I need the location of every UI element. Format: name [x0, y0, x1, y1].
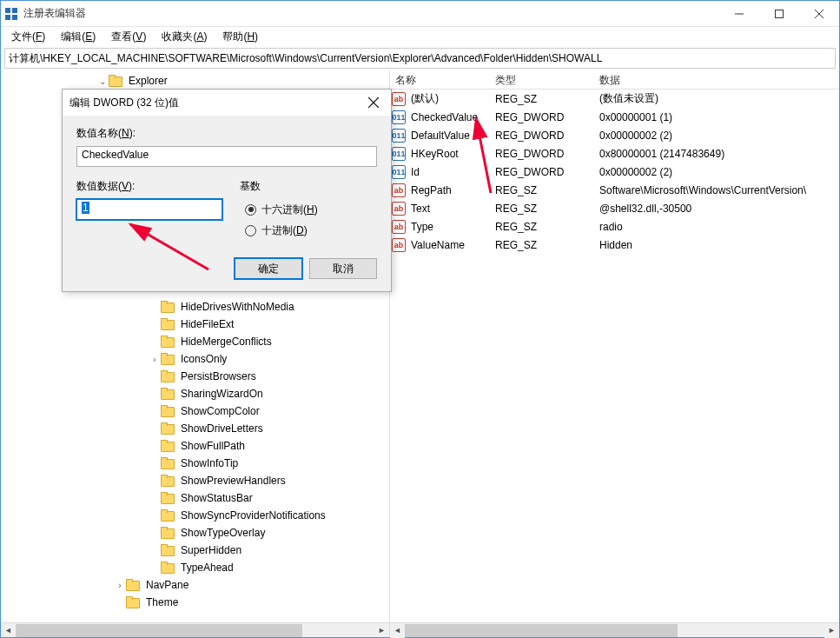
cell-type: REG_DWORD — [490, 148, 594, 160]
maximize-button[interactable] — [759, 1, 799, 27]
scroll-track[interactable] — [405, 623, 824, 638]
col-header-data[interactable]: 数据 — [594, 70, 839, 89]
folder-icon — [161, 527, 175, 539]
folder-icon — [161, 353, 175, 365]
scroll-right-icon[interactable]: ► — [824, 623, 839, 638]
tree-item-sharingwizardon[interactable]: SharingWizardOn — [1, 385, 389, 402]
cell-data: Software\Microsoft\Windows\CurrentVersio… — [594, 184, 839, 196]
scroll-track[interactable] — [16, 623, 374, 638]
minimize-button[interactable] — [719, 1, 759, 27]
tree-item-hidemergeconflicts[interactable]: HideMergeConflicts — [1, 333, 389, 350]
tree-label: Theme — [143, 595, 181, 609]
close-button[interactable] — [799, 1, 839, 27]
value-name-input[interactable]: CheckedValue — [76, 146, 377, 167]
folder-icon — [161, 388, 175, 400]
radio-dec-dot — [245, 225, 256, 236]
tree-item-superhidden[interactable]: SuperHidden — [1, 542, 389, 559]
tree-item-hidefileext[interactable]: HideFileExt — [1, 316, 389, 333]
tree-item-showfullpath[interactable]: ShowFullPath — [1, 437, 389, 455]
col-header-name[interactable]: 名称 — [390, 70, 490, 89]
tree-label: IconsOnly — [178, 352, 229, 366]
value-dw-icon: 011 — [392, 129, 406, 143]
list-row[interactable]: abTypeREG_SZradio — [390, 217, 839, 236]
tree-item-typeahead[interactable]: TypeAhead — [1, 559, 389, 576]
tree-label: ShowPreviewHandlers — [178, 474, 288, 488]
list-row[interactable]: 011CheckedValueREG_DWORD0x00000001 (1) — [390, 108, 839, 126]
tree-item-showtypeoverlay[interactable]: ShowTypeOverlay — [1, 524, 389, 542]
cell-data: @shell32.dll,-30500 — [594, 203, 839, 215]
list-row[interactable]: 011DefaultValueREG_DWORD0x00000002 (2) — [390, 126, 839, 144]
menu-favorites[interactable]: 收藏夹(A) — [155, 28, 214, 46]
folder-icon — [161, 440, 175, 452]
value-data-input[interactable]: 1 — [76, 199, 222, 220]
folder-icon — [161, 544, 175, 556]
dialog-title: 编辑 DWORD (32 位)值 — [69, 96, 363, 110]
tree-item-persistbrowsers[interactable]: PersistBrowsers — [1, 368, 389, 385]
tree-label: ShowDriveLetters — [178, 422, 266, 435]
tree-label: Explorer — [126, 74, 170, 88]
chevron-right-icon[interactable]: › — [114, 581, 126, 590]
list-row[interactable]: 011IdREG_DWORD0x00000002 (2) — [390, 163, 839, 181]
folder-icon — [161, 562, 175, 574]
menu-file[interactable]: 文件(F) — [4, 28, 52, 46]
cell-type: REG_SZ — [490, 221, 594, 233]
cell-type: REG_SZ — [490, 239, 594, 251]
tree-label: SharingWizardOn — [178, 387, 266, 401]
tree-item-navpane[interactable]: ›NavPane — [1, 576, 389, 594]
folder-icon — [126, 579, 140, 591]
tree-item-theme[interactable]: Theme — [1, 594, 389, 611]
list-body[interactable]: ab(默认)REG_SZ(数值未设置)011CheckedValueREG_DW… — [390, 90, 839, 622]
value-sz-icon: ab — [392, 183, 406, 197]
scroll-thumb[interactable] — [405, 624, 678, 637]
list-row[interactable]: abRegPathREG_SZSoftware\Microsoft\Window… — [390, 181, 839, 199]
col-header-type[interactable]: 类型 — [490, 70, 594, 89]
tree-label: ShowInfoTip — [178, 456, 241, 470]
dialog-close-button[interactable] — [363, 92, 384, 113]
folder-icon — [161, 422, 175, 435]
tree-item-hidedriveswithnomedia[interactable]: HideDrivesWithNoMedia — [1, 298, 389, 316]
scroll-thumb[interactable] — [16, 624, 302, 637]
tree-item-showdriveletters[interactable]: ShowDriveLetters — [1, 420, 389, 437]
cell-type: REG_SZ — [490, 203, 594, 215]
tree-item-showcompcolor[interactable]: ShowCompColor — [1, 402, 389, 420]
radio-hex-dot — [245, 204, 256, 216]
list-row[interactable]: abValueNameREG_SZHidden — [390, 236, 839, 254]
list-row[interactable]: abTextREG_SZ@shell32.dll,-30500 — [390, 199, 839, 217]
scroll-left-icon[interactable]: ◄ — [390, 623, 405, 638]
ok-button[interactable]: 确定 — [235, 258, 302, 279]
folder-icon — [161, 336, 175, 348]
scroll-right-icon[interactable]: ► — [374, 623, 389, 638]
tree-hscrollbar[interactable]: ◄ ► — [1, 622, 389, 637]
scroll-left-icon[interactable]: ◄ — [1, 623, 16, 638]
menu-view[interactable]: 查看(V) — [104, 28, 153, 46]
chevron-down-icon[interactable]: ⌄ — [96, 76, 109, 86]
radio-dec-label: 十进制(D) — [261, 223, 308, 238]
cell-name: DefaultValue — [406, 130, 490, 142]
tree-label: ShowSyncProviderNotifications — [178, 508, 328, 522]
chevron-right-icon[interactable]: › — [149, 355, 161, 364]
value-name-label: 数值名称(N): — [76, 126, 377, 141]
radio-dec[interactable]: 十进制(D) — [245, 220, 318, 241]
tree-item-explorer[interactable]: ⌄Explorer — [1, 72, 389, 90]
cancel-button[interactable]: 取消 — [309, 258, 377, 279]
value-sz-icon: ab — [392, 220, 406, 234]
address-bar[interactable]: 计算机\HKEY_LOCAL_MACHINE\SOFTWARE\Microsof… — [4, 48, 836, 69]
tree-item-showpreviewhandlers[interactable]: ShowPreviewHandlers — [1, 472, 389, 489]
cell-type: REG_SZ — [490, 184, 594, 196]
radio-hex[interactable]: 十六进制(H) — [245, 199, 318, 220]
menu-edit[interactable]: 编辑(E) — [54, 28, 103, 46]
tree-item-showinfotip[interactable]: ShowInfoTip — [1, 455, 389, 472]
svg-rect-2 — [5, 15, 10, 20]
titlebar: 注册表编辑器 — [1, 1, 839, 27]
list-hscrollbar[interactable]: ◄ ► — [390, 622, 839, 637]
list-row[interactable]: ab(默认)REG_SZ(数值未设置) — [390, 90, 839, 108]
cell-data: 0x00000001 (1) — [594, 111, 839, 123]
cell-name: CheckedValue — [406, 111, 490, 123]
dialog-titlebar[interactable]: 编辑 DWORD (32 位)值 — [63, 90, 391, 116]
menu-help[interactable]: 帮助(H) — [215, 28, 265, 46]
tree-item-iconsonly[interactable]: ›IconsOnly — [1, 350, 389, 368]
tree-item-showsyncprovidernotifications[interactable]: ShowSyncProviderNotifications — [1, 507, 389, 524]
list-row[interactable]: 011HKeyRootREG_DWORD0x80000001 (21474836… — [390, 144, 839, 163]
address-text: 计算机\HKEY_LOCAL_MACHINE\SOFTWARE\Microsof… — [9, 51, 602, 66]
tree-item-showstatusbar[interactable]: ShowStatusBar — [1, 489, 389, 507]
